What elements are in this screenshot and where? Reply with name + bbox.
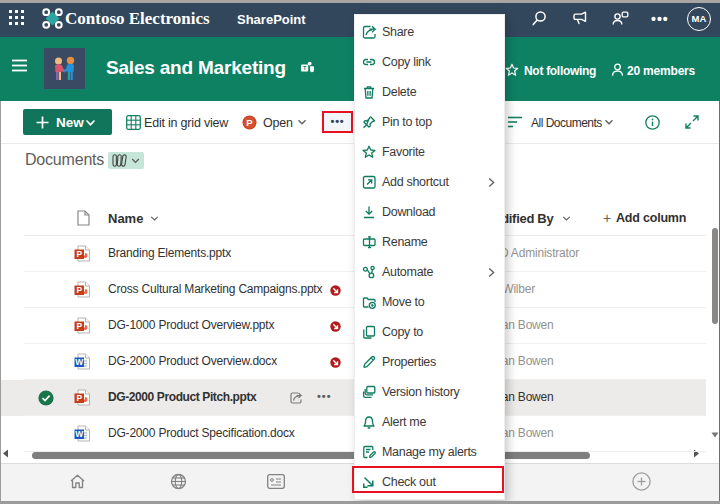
svg-text:P: P [246, 117, 253, 128]
svg-text:W: W [75, 357, 84, 367]
svg-text:P: P [76, 249, 82, 259]
svg-text:P: P [76, 393, 82, 403]
svg-text:W: W [75, 429, 84, 439]
svg-text:P: P [76, 321, 82, 331]
svg-text:P: P [76, 285, 82, 295]
